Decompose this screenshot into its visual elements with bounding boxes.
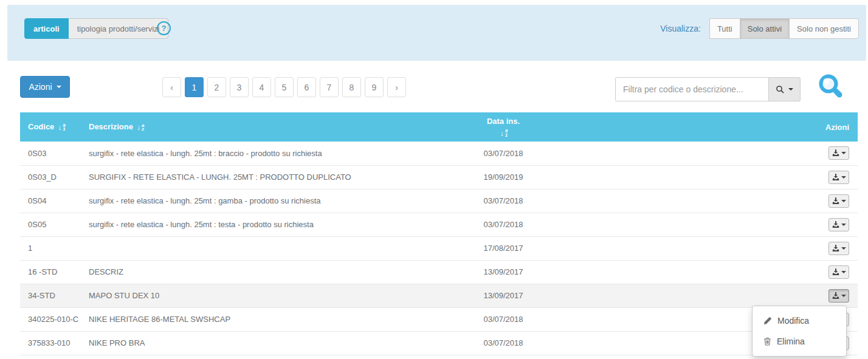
table-row: 340225-010-C NIKE HERITAGE 86-METAL SWSH… <box>20 307 858 331</box>
pagination-page-button[interactable]: 2 <box>207 77 226 97</box>
cell-data-ins: 19/09/2019 <box>427 165 579 189</box>
sort-alpha-icon: ↓az <box>137 123 144 132</box>
pagination-page-button[interactable]: 6 <box>297 77 316 97</box>
download-icon <box>832 221 839 228</box>
cell-codice: 0S04 <box>20 189 81 213</box>
chevron-down-icon <box>841 271 846 273</box>
top-panel: articoli tipologia prodotti/servizi ? Vi… <box>7 5 866 61</box>
tab-item[interactable]: tipologia prodotti/servizi <box>69 18 169 39</box>
pagination-prev-button[interactable]: ‹ <box>162 77 181 97</box>
cell-descrizione: NIKE PRO BRA <box>81 331 427 355</box>
row-actions-button[interactable] <box>828 146 849 160</box>
column-header-codice[interactable]: Codice↓91 <box>20 112 81 142</box>
help-icon[interactable]: ? <box>157 21 171 35</box>
download-icon <box>832 245 839 252</box>
table-row: 375833-010 NIKE PRO BRA 03/07/2018 <box>20 331 858 355</box>
cell-data-ins: 13/09/2017 <box>427 260 579 284</box>
chevron-down-icon <box>841 152 846 154</box>
cell-codice: 1 <box>20 236 81 260</box>
pagination-page-button[interactable]: 9 <box>365 77 384 97</box>
download-icon <box>832 149 839 157</box>
visualizza-label: Visualizza: <box>660 24 701 33</box>
table-row: 0S03_D SURGIFIX - RETE ELASTICA - LUNGH.… <box>20 165 858 189</box>
pagination-page-button[interactable]: 4 <box>252 77 271 97</box>
search-group <box>615 77 801 101</box>
articles-table: Codice↓91 Descrizione↓az Data ins. ↓91 A… <box>20 112 858 355</box>
view-filter-button[interactable]: Solo non gestiti <box>789 18 859 39</box>
chevron-down-icon <box>788 88 793 91</box>
chevron-down-icon <box>841 224 846 226</box>
chevron-down-icon <box>841 295 846 297</box>
download-icon <box>832 292 839 299</box>
cell-azioni <box>579 236 858 260</box>
tab-item[interactable]: articoli <box>24 18 69 39</box>
sort-numeric-icon: ↓91 <box>58 123 65 132</box>
row-actions-menu: Modifica Elimina <box>752 306 847 357</box>
pagination-page-button[interactable]: 5 <box>275 77 294 97</box>
cell-data-ins: 13/09/2017 <box>427 284 579 307</box>
menu-item-modifica[interactable]: Modifica <box>753 310 846 331</box>
cell-codice: 0S03_D <box>20 165 81 189</box>
cell-descrizione: DESCRIZ <box>81 260 427 284</box>
header-label: Codice <box>28 122 54 131</box>
table-row: 1 17/08/2017 <box>20 236 858 260</box>
cell-descrizione: SURGIFIX - RETE ELASTICA - LUNGH. 25MT :… <box>81 165 427 189</box>
view-filter-area: Visualizza: Tutti Solo attivi Solo non g… <box>660 18 859 39</box>
pagination-next-button[interactable]: › <box>387 77 406 97</box>
cell-azioni <box>579 165 858 189</box>
header-label: Descrizione <box>89 122 133 131</box>
menu-item-label: Elimina <box>777 337 805 346</box>
column-header-descrizione[interactable]: Descrizione↓az <box>81 112 427 142</box>
pagination-page-button[interactable]: 1 <box>185 77 204 97</box>
menu-item-label: Modifica <box>777 316 809 326</box>
cell-descrizione: surgifix - rete elastica - lungh. 25mt :… <box>81 189 427 213</box>
row-actions-button[interactable] <box>828 289 849 303</box>
magnifier-illustration-icon <box>817 73 846 102</box>
chevron-down-icon <box>57 86 61 88</box>
azioni-dropdown-button[interactable]: Azioni <box>20 76 70 98</box>
download-icon <box>832 268 839 276</box>
chevron-down-icon <box>841 176 846 179</box>
row-actions-button[interactable] <box>828 265 849 279</box>
cell-descrizione: surgifix - rete elastica - lungh. 25mt :… <box>81 213 427 236</box>
cell-data-ins: 03/07/2018 <box>427 307 579 331</box>
table-row: 0S05 surgifix - rete elastica - lungh. 2… <box>20 213 858 236</box>
search-filter-button[interactable] <box>769 77 801 101</box>
cell-descrizione: MAPO STU DEX 10 <box>81 284 427 307</box>
row-actions-button[interactable] <box>828 242 849 255</box>
view-filter-button[interactable]: Tutti <box>709 18 740 39</box>
table-row: 0S03 surgifix - rete elastica - lungh. 2… <box>20 142 858 165</box>
row-actions-button[interactable] <box>828 171 849 184</box>
download-icon <box>832 174 839 181</box>
cell-azioni <box>579 142 858 165</box>
pencil-icon <box>763 316 772 325</box>
search-input[interactable] <box>615 77 769 101</box>
pagination-page-button[interactable]: 3 <box>230 77 249 97</box>
cell-azioni <box>579 213 858 236</box>
chevron-down-icon <box>841 200 846 202</box>
header-label: Azioni <box>825 123 849 132</box>
column-header-azioni: Azioni <box>579 112 858 142</box>
cell-codice: 16 -STD <box>20 260 81 284</box>
pagination-page-button[interactable]: 8 <box>342 77 361 97</box>
chevron-down-icon <box>841 247 846 250</box>
pagination: ‹ 1 2 3 4 5 6 7 8 9 › <box>162 77 406 97</box>
pagination-page-button[interactable]: 7 <box>320 77 339 97</box>
trash-icon <box>763 337 771 346</box>
cell-codice: 34-STD <box>20 284 81 307</box>
cell-data-ins: 03/07/2018 <box>427 189 579 213</box>
row-actions-button[interactable] <box>828 218 849 231</box>
cell-codice: 0S05 <box>20 213 81 236</box>
view-filter-button[interactable]: Solo attivi <box>740 18 790 39</box>
cell-data-ins: 03/07/2018 <box>427 331 579 355</box>
table-row: 16 -STD DESCRIZ 13/09/2017 <box>20 260 858 284</box>
cell-data-ins: 17/08/2017 <box>427 236 579 260</box>
row-actions-button[interactable] <box>828 194 849 208</box>
menu-item-elimina[interactable]: Elimina <box>753 331 846 352</box>
cell-data-ins: 03/07/2018 <box>427 213 579 236</box>
cell-descrizione <box>81 236 427 260</box>
table-row: 0S04 surgifix - rete elastica - lungh. 2… <box>20 189 858 213</box>
cell-descrizione: surgifix - rete elastica - lungh. 25mt :… <box>81 142 427 165</box>
column-header-data-ins[interactable]: Data ins. ↓91 <box>427 112 579 142</box>
view-filter-group: Tutti Solo attivi Solo non gestiti <box>710 18 859 39</box>
